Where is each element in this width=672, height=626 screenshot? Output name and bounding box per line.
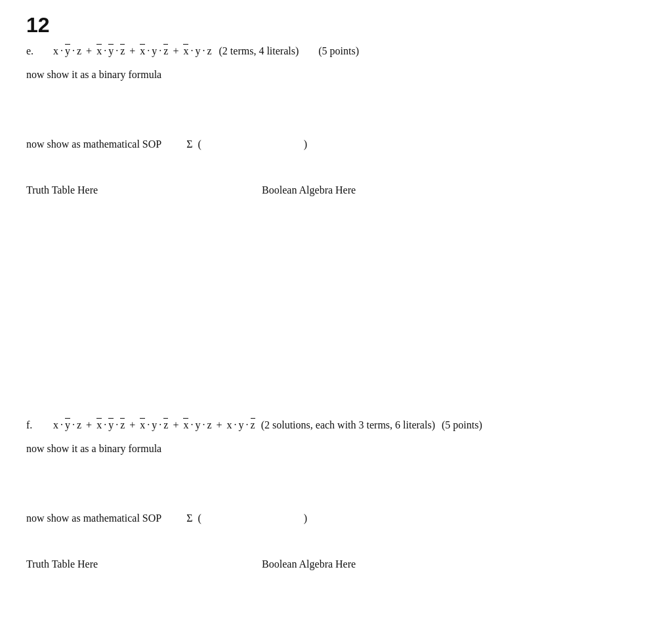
binary-instruction-e: now show it as a binary formula [26, 69, 646, 81]
f-plus1: + [86, 419, 92, 431]
f-var-y5: y [239, 419, 244, 431]
dot4: · [116, 45, 118, 57]
boolean-algebra-e: Boolean Algebra Here [262, 184, 356, 196]
f-var-x1: x [53, 419, 58, 431]
dot2: · [72, 45, 75, 57]
f-dot10: · [246, 419, 249, 431]
dot1: · [60, 45, 63, 57]
sop-row-f: now show as mathematical SOP Σ ( ) [26, 512, 646, 524]
terms-e: (2 terms, 4 literals) [219, 45, 299, 57]
points-e: (5 points) [318, 45, 359, 57]
f-var-z5-bar: z [251, 418, 255, 431]
binary-space-f [26, 464, 646, 503]
binary-instruction-f: now show it as a binary formula [26, 443, 646, 455]
f-var-y4: y [195, 419, 200, 431]
points-f: (5 points) [442, 419, 482, 431]
open-paren-f: ( [198, 512, 201, 524]
plus3: + [173, 45, 178, 57]
f-dot4: · [116, 419, 118, 431]
problem-label-e: e. [26, 45, 46, 57]
sop-row-e: now show as mathematical SOP Σ ( ) [26, 138, 646, 150]
problem-row-f: f. x · y · z + x · y · z + x · y · z + x… [26, 418, 646, 431]
section-f: f. x · y · z + x · y · z + x · y · z + x… [26, 418, 646, 570]
var-y1-bar: y [65, 44, 70, 57]
truth-table-f: Truth Table Here [26, 558, 98, 570]
f-var-x3-bar: x [140, 418, 145, 431]
binary-space-e [26, 90, 646, 129]
formula-f: x · y · z + x · y · z + x · y · z + x · … [52, 418, 482, 431]
spacer-e [26, 208, 646, 392]
dot6: · [159, 45, 161, 57]
plus1: + [86, 45, 92, 57]
var-z2-bar: z [120, 44, 125, 57]
f-dot1: · [60, 419, 63, 431]
section-e: e. x · y · z + x · y · z + x · y · z + x… [26, 44, 646, 392]
dot5: · [147, 45, 150, 57]
table-algebra-row-f: Truth Table Here Boolean Algebra Here [26, 558, 646, 570]
var-z4: z [207, 45, 211, 57]
boolean-algebra-f: Boolean Algebra Here [262, 558, 356, 570]
table-algebra-row-e: Truth Table Here Boolean Algebra Here [26, 184, 646, 196]
var-x4-bar: x [183, 44, 188, 57]
plus2: + [129, 45, 135, 57]
f-var-x2-bar: x [96, 418, 102, 431]
problem-row-e: e. x · y · z + x · y · z + x · y · z + x… [26, 44, 646, 57]
dot8: · [202, 45, 205, 57]
f-dot2: · [72, 419, 75, 431]
f-var-z3-bar: z [163, 418, 168, 431]
page-number: 12 [26, 13, 646, 37]
f-dot5: · [147, 419, 150, 431]
dot7: · [190, 45, 193, 57]
close-paren-f: ) [304, 512, 307, 524]
var-y3: y [152, 45, 157, 57]
open-paren-e: ( [198, 138, 201, 150]
dot3: · [104, 45, 106, 57]
f-var-y2-bar: y [108, 418, 114, 431]
f-var-y1-bar: y [65, 418, 70, 431]
f-var-x5: x [227, 419, 232, 431]
problem-label-f: f. [26, 419, 46, 431]
f-var-z2-bar: z [120, 418, 125, 431]
f-dot7: · [190, 419, 193, 431]
f-var-z4: z [207, 419, 211, 431]
f-dot8: · [202, 419, 205, 431]
sigma-f: Σ [186, 512, 192, 524]
f-plus2: + [129, 419, 135, 431]
var-x3-bar: x [140, 44, 145, 57]
f-plus3: + [173, 419, 178, 431]
var-y4: y [195, 45, 200, 57]
f-dot9: · [234, 419, 237, 431]
var-x1: x [53, 45, 58, 57]
f-var-y3: y [152, 419, 157, 431]
f-dot6: · [159, 419, 161, 431]
truth-table-e: Truth Table Here [26, 184, 98, 196]
formula-e: x · y · z + x · y · z + x · y · z + x · … [52, 44, 359, 57]
var-y2-bar: y [108, 44, 114, 57]
close-paren-e: ) [304, 138, 307, 150]
var-z3-bar: z [163, 44, 168, 57]
f-var-x4-bar: x [183, 418, 188, 431]
f-dot3: · [104, 419, 106, 431]
f-plus4: + [217, 419, 222, 431]
var-z1: z [77, 45, 81, 57]
sigma-e: Σ [186, 138, 192, 150]
f-var-z1: z [77, 419, 81, 431]
terms-f: (2 solutions, each with 3 terms, 6 liter… [261, 419, 435, 431]
var-x2-bar: x [96, 44, 102, 57]
